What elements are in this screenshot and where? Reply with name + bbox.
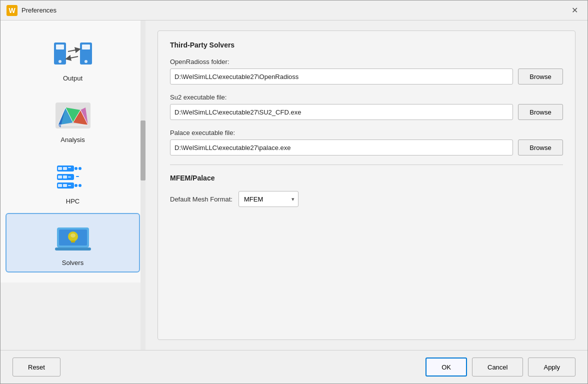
svg-point-2: [58, 60, 62, 63]
svg-rect-40: [55, 248, 91, 250]
sidebar-item-analysis[interactable]: Analysis: [6, 90, 140, 150]
section-solvers-title: Third-Party Solvers: [170, 41, 563, 49]
palace-input[interactable]: [170, 140, 513, 156]
svg-rect-27: [63, 176, 67, 178]
sidebar-output-label: Output: [63, 74, 82, 82]
content-panel: Third-Party Solvers OpenRadioss folder: …: [158, 30, 576, 340]
apply-button[interactable]: Apply: [528, 358, 576, 376]
su2-label: Su2 executable file:: [170, 94, 563, 101]
svg-rect-29: [76, 176, 79, 177]
mfem-section-title: MFEM/Palace: [170, 174, 563, 182]
ok-button[interactable]: OK: [426, 358, 467, 376]
close-button[interactable]: ✕: [568, 4, 582, 18]
svg-rect-4: [82, 44, 90, 50]
sidebar-solvers-label: Solvers: [62, 259, 84, 266]
cancel-button[interactable]: Cancel: [472, 358, 523, 376]
svg-rect-31: [58, 184, 62, 187]
su2-input[interactable]: [170, 104, 513, 120]
palace-browse-button[interactable]: Browse: [518, 140, 563, 156]
openradioss-row: Browse: [170, 68, 563, 84]
svg-rect-22: [68, 167, 71, 168]
mfem-select-wrapper: MFEM VTK Gmsh ▾: [238, 191, 298, 207]
sidebar-hpc-label: HPC: [66, 198, 80, 205]
mfem-mesh-format-label: Default Mesh Format:: [170, 196, 232, 203]
hpc-svg-icon: [53, 162, 93, 192]
svg-rect-39: [71, 240, 75, 242]
output-icon: [53, 36, 93, 72]
svg-point-35: [78, 184, 82, 187]
svg-point-41: [70, 234, 76, 238]
section-divider: [170, 164, 563, 165]
openradioss-browse-button[interactable]: Browse: [518, 68, 563, 84]
reset-button[interactable]: Reset: [12, 358, 60, 376]
sidebar-scrollbar-track: [140, 20, 146, 350]
svg-line-6: [68, 50, 78, 52]
svg-line-7: [68, 56, 78, 58]
svg-rect-26: [58, 176, 62, 178]
window-title: Preferences: [22, 6, 568, 14]
svg-point-24: [78, 167, 82, 170]
svg-point-23: [74, 167, 78, 170]
bottom-right: OK Cancel Apply: [426, 358, 576, 376]
analysis-icon: [53, 98, 93, 133]
hpc-icon: [53, 160, 93, 194]
sidebar-item-output[interactable]: Output: [6, 28, 140, 88]
sidebar-scrollbar-thumb[interactable]: [140, 120, 146, 180]
main-area: Third-Party Solvers OpenRadioss folder: …: [146, 20, 588, 350]
analysis-svg-icon: [53, 100, 93, 131]
palace-label: Palace executable file:: [170, 129, 563, 136]
solvers-svg-icon: [53, 222, 93, 254]
bottom-bar: Reset OK Cancel Apply: [0, 350, 588, 384]
palace-field-group: Palace executable file: Browse: [170, 129, 563, 156]
openradioss-field-group: OpenRadioss folder: Browse: [170, 58, 563, 84]
openradioss-label: OpenRadioss folder:: [170, 58, 563, 66]
content-area: Output: [0, 20, 588, 350]
sidebar-analysis-label: Analysis: [60, 136, 84, 144]
su2-row: Browse: [170, 104, 563, 120]
output-svg-icon: [53, 38, 93, 70]
mfem-mesh-format-select[interactable]: MFEM VTK Gmsh: [238, 191, 298, 207]
mfem-row: Default Mesh Format: MFEM VTK Gmsh ▾: [170, 191, 563, 207]
openradioss-input[interactable]: [170, 68, 513, 84]
sidebar: Output: [0, 20, 146, 282]
su2-field-group: Su2 executable file: Browse: [170, 94, 563, 120]
su2-browse-button[interactable]: Browse: [518, 104, 563, 120]
sidebar-wrapper: Output: [0, 20, 146, 350]
palace-row: Browse: [170, 140, 563, 156]
svg-rect-28: [68, 176, 71, 178]
titlebar: W Preferences ✕: [0, 0, 588, 20]
bottom-left: Reset: [12, 358, 426, 376]
svg-rect-1: [56, 44, 64, 50]
svg-rect-32: [63, 184, 67, 187]
preferences-window: W Preferences ✕: [0, 0, 588, 384]
solvers-icon: [53, 221, 93, 256]
sidebar-item-solvers[interactable]: Solvers: [6, 213, 140, 272]
sidebar-item-hpc[interactable]: HPC: [6, 152, 140, 211]
mfem-section: MFEM/Palace Default Mesh Format: MFEM VT…: [170, 174, 563, 207]
svg-rect-20: [58, 167, 62, 170]
app-logo: W: [6, 5, 18, 16]
svg-rect-21: [63, 167, 67, 170]
svg-point-5: [84, 60, 88, 63]
svg-rect-33: [68, 185, 71, 186]
svg-point-34: [74, 184, 78, 187]
